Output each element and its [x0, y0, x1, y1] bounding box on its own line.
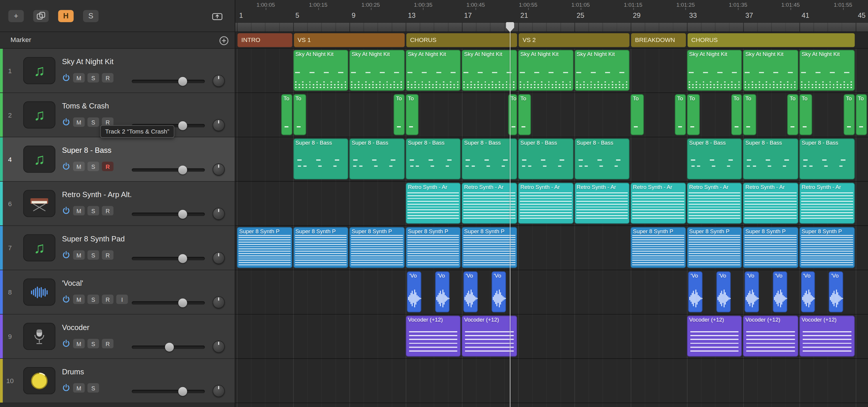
- arrangement-marker[interactable]: INTRO: [238, 33, 292, 47]
- region[interactable]: To: [394, 94, 405, 135]
- solo-button[interactable]: S: [88, 162, 99, 171]
- region[interactable]: Sky At Night Kit: [293, 50, 348, 91]
- pan-knob[interactable]: [213, 341, 225, 353]
- region[interactable]: Super 8 Synth P: [743, 227, 798, 268]
- track-name[interactable]: Retro Synth - Arp Alt.: [62, 190, 132, 198]
- panel-toggle-button[interactable]: [209, 10, 225, 22]
- arrangement-marker[interactable]: CHORUS: [688, 33, 855, 47]
- region[interactable]: Vocoder (+12): [687, 316, 742, 357]
- region[interactable]: Super 8 Synth P: [462, 227, 517, 268]
- solo-button[interactable]: S: [88, 118, 99, 127]
- region[interactable]: To: [800, 94, 812, 135]
- duplicate-track-button[interactable]: [33, 10, 49, 22]
- region[interactable]: Retro Synth - Ar: [800, 183, 855, 224]
- region[interactable]: Super 8 - Bass: [800, 138, 855, 180]
- volume-slider-thumb[interactable]: [178, 210, 187, 219]
- region[interactable]: Super 8 - Bass: [349, 138, 405, 180]
- region[interactable]: Super 8 - Bass: [743, 138, 798, 180]
- region[interactable]: Retro Synth - Ar: [406, 183, 461, 224]
- arrangement-marker[interactable]: CHORUS: [406, 33, 517, 47]
- record-button[interactable]: R: [102, 206, 113, 215]
- add-marker-button[interactable]: [219, 36, 228, 45]
- region[interactable]: To: [731, 94, 742, 135]
- track-header[interactable]: 7♫Super 8 Synth PadMSR: [0, 226, 235, 270]
- arrangement-marker[interactable]: BREAKDOWN: [631, 33, 686, 47]
- volume-slider-thumb[interactable]: [178, 387, 187, 396]
- region[interactable]: Sky At Night Kit: [743, 50, 798, 91]
- track-header[interactable]: 6Retro Synth - Arp Alt.MSR: [0, 182, 235, 226]
- volume-slider[interactable]: [132, 343, 205, 351]
- region[interactable]: To: [518, 94, 531, 135]
- region[interactable]: Vocoder (+12): [743, 316, 798, 357]
- track-name[interactable]: Sky At Night Kit: [62, 58, 114, 66]
- region[interactable]: To: [293, 94, 306, 135]
- mute-button[interactable]: M: [73, 206, 85, 215]
- region[interactable]: To: [687, 94, 700, 135]
- region[interactable]: Super 8 Synth P: [237, 227, 292, 268]
- track-icon[interactable]: ♫: [23, 101, 55, 129]
- track-icon[interactable]: [23, 278, 55, 306]
- region[interactable]: 'Vo: [435, 272, 450, 313]
- track-power-button[interactable]: [62, 383, 70, 392]
- region[interactable]: Sky At Night Kit: [349, 50, 405, 91]
- region[interactable]: Super 8 Synth P: [687, 227, 742, 268]
- pan-knob[interactable]: [213, 296, 225, 309]
- solo-tracks-button[interactable]: S: [83, 10, 98, 22]
- track-power-button[interactable]: [62, 73, 70, 82]
- region[interactable]: 'Vo: [688, 272, 703, 313]
- region[interactable]: Vocoder (+12): [462, 316, 517, 357]
- arrangement-marker[interactable]: VS 1: [294, 33, 405, 47]
- timeline-ruler[interactable]: 1:00:051:00:151:00:251:00:351:00:451:00:…: [235, 0, 868, 32]
- solo-button[interactable]: S: [88, 294, 99, 304]
- region[interactable]: Vocoder (+12): [406, 316, 461, 357]
- track-icon[interactable]: ♫: [23, 57, 55, 84]
- solo-button[interactable]: S: [88, 339, 99, 348]
- region[interactable]: Sky At Night Kit: [800, 50, 855, 91]
- track-name[interactable]: Super 8 - Bass: [62, 146, 112, 154]
- track-icon[interactable]: [23, 367, 55, 394]
- region[interactable]: 'Vo: [829, 272, 843, 313]
- track-header[interactable]: 1♫Sky At Night KitMSR: [0, 49, 235, 93]
- region[interactable]: Super 8 - Bass: [462, 138, 517, 180]
- volume-slider-thumb[interactable]: [178, 121, 187, 130]
- track-name[interactable]: Toms & Crash: [62, 102, 109, 110]
- region[interactable]: Retro Synth - Ar: [462, 183, 517, 224]
- arrangement-marker[interactable]: VS 2: [519, 33, 629, 47]
- region[interactable]: Super 8 - Bass: [687, 138, 742, 180]
- track-icon[interactable]: ♫: [23, 234, 55, 261]
- pan-knob[interactable]: [213, 163, 225, 176]
- region[interactable]: Super 8 Synth P: [349, 227, 405, 268]
- solo-button[interactable]: S: [88, 250, 99, 259]
- region[interactable]: To: [675, 94, 686, 135]
- solo-button[interactable]: S: [88, 73, 99, 83]
- solo-button[interactable]: S: [88, 383, 99, 393]
- region[interactable]: Super 8 Synth P: [800, 227, 855, 268]
- region[interactable]: 'Vo: [801, 272, 815, 313]
- record-button[interactable]: R: [102, 73, 113, 83]
- pan-knob[interactable]: [213, 75, 225, 87]
- add-track-button[interactable]: +: [8, 10, 24, 22]
- track-icon[interactable]: [23, 323, 55, 350]
- region[interactable]: Super 8 - Bass: [293, 138, 348, 180]
- track-name[interactable]: 'Vocal': [62, 279, 83, 287]
- region[interactable]: Vocoder (+12): [800, 316, 855, 357]
- region[interactable]: Sky At Night Kit: [575, 50, 629, 91]
- region[interactable]: To: [743, 94, 756, 135]
- region[interactable]: Retro Synth - Ar: [743, 183, 798, 224]
- region[interactable]: 'Vo: [744, 272, 759, 313]
- track-name[interactable]: Drums: [62, 368, 84, 376]
- region[interactable]: Super 8 Synth P: [631, 227, 686, 268]
- region[interactable]: 'Vo: [407, 272, 422, 313]
- track-header[interactable]: 9VocoderMSR: [0, 315, 235, 359]
- mute-button[interactable]: M: [73, 162, 85, 171]
- region[interactable]: To: [787, 94, 798, 135]
- pan-knob[interactable]: [213, 208, 225, 220]
- volume-slider-thumb[interactable]: [178, 299, 187, 307]
- input-monitor-button[interactable]: I: [116, 294, 128, 304]
- pan-knob[interactable]: [213, 252, 225, 264]
- track-power-button[interactable]: [62, 339, 70, 348]
- mute-button[interactable]: M: [73, 339, 85, 348]
- volume-slider[interactable]: [132, 77, 205, 86]
- track-power-button[interactable]: [62, 162, 70, 171]
- region[interactable]: To: [281, 94, 292, 135]
